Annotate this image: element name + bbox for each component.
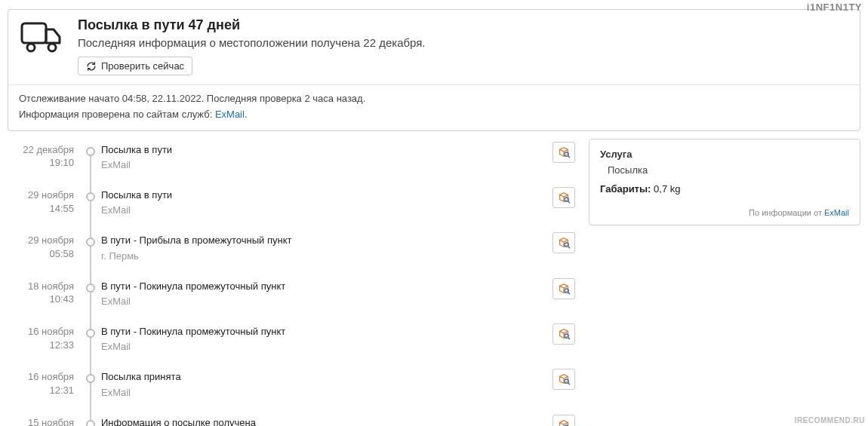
package-search-icon xyxy=(557,236,571,250)
timeline-bar xyxy=(80,412,101,426)
svg-line-12 xyxy=(568,338,570,339)
status-title: Посылка в пути 47 дней xyxy=(78,17,426,33)
timeline-carrier: ExMail xyxy=(101,158,546,172)
timeline-status: Посылка в пути xyxy=(101,143,546,157)
status-card: Посылка в пути 47 дней Последняя информа… xyxy=(8,9,860,131)
package-search-icon xyxy=(557,327,571,341)
timeline-item: 15 ноября 16:30 Информация о посылке пол… xyxy=(8,412,581,426)
status-subtitle: Последняя информация о местоположении по… xyxy=(78,36,426,49)
package-search-icon xyxy=(557,418,571,426)
timeline-date: 18 ноября 10:43 xyxy=(8,275,80,320)
timeline-dot-icon xyxy=(86,374,95,383)
tracking-started-line: Отслеживание начато 04:58, 22.11.2022. П… xyxy=(19,91,849,107)
refresh-icon xyxy=(86,61,97,72)
svg-rect-0 xyxy=(22,23,46,43)
timeline-dot-icon xyxy=(86,420,95,426)
timeline: 22 декабря 19:10 Посылка в пути ExMail 2… xyxy=(8,139,581,426)
timeline-bar xyxy=(80,229,101,274)
timeline-item: 29 ноября 14:55 Посылка в пути ExMail xyxy=(8,184,581,229)
timeline-bar xyxy=(80,139,101,184)
dimensions-row: Габариты: 0,7 kg xyxy=(600,183,849,195)
carrier-link[interactable]: ExMail xyxy=(215,109,245,120)
timeline-date: 29 ноября 14:55 xyxy=(8,184,80,229)
watermark-top: i1NF1N1TY xyxy=(807,2,862,13)
timeline-carrier: г. Пермь xyxy=(101,250,546,263)
refresh-button-label: Проверить сейчас xyxy=(101,60,184,72)
service-source-link[interactable]: ExMail xyxy=(824,208,849,217)
timeline-item: 16 ноября 12:33 В пути - Покинула промеж… xyxy=(8,320,581,366)
timeline-status: Информация о посылке получена xyxy=(101,416,546,426)
view-details-button[interactable] xyxy=(553,415,575,426)
view-details-button[interactable] xyxy=(553,323,575,345)
timeline-date: 22 декабря 19:10 xyxy=(8,139,80,184)
view-details-button[interactable] xyxy=(553,278,575,299)
verified-line: Информация проверена по сайтам служб: Ex… xyxy=(19,107,849,123)
view-details-button[interactable] xyxy=(553,369,575,390)
timeline-date: 16 ноября 12:33 xyxy=(8,320,80,366)
timeline-dot-icon xyxy=(86,329,95,338)
refresh-button[interactable]: Проверить сейчас xyxy=(78,57,192,75)
svg-line-8 xyxy=(568,247,570,248)
timeline-date: 16 ноября 12:31 xyxy=(8,366,80,411)
timeline-item: 22 декабря 19:10 Посылка в пути ExMail xyxy=(8,139,581,184)
timeline-dot-icon xyxy=(86,147,95,156)
view-details-button[interactable] xyxy=(553,187,575,208)
timeline-item: 16 ноября 12:31 Посылка принята ExMail xyxy=(8,366,581,411)
timeline-bar xyxy=(80,184,101,229)
timeline-date: 15 ноября 16:30 xyxy=(8,412,80,426)
truck-icon xyxy=(19,19,64,57)
service-card: Услуга Посылка Габариты: 0,7 kg По инфор… xyxy=(589,139,860,225)
timeline-bar xyxy=(80,366,101,411)
package-search-icon xyxy=(557,146,571,159)
timeline-status: В пути - Покинула промежуточный пункт xyxy=(101,280,546,293)
watermark-bottom: IRECOMMEND.RU xyxy=(795,416,865,424)
timeline-status: Посылка в пути xyxy=(101,188,546,202)
timeline-dot-icon xyxy=(86,238,95,247)
timeline-status: Посылка принята xyxy=(101,370,546,384)
timeline-carrier: ExMail xyxy=(101,204,546,217)
timeline-item: 29 ноября 05:58 В пути - Прибыла в проме… xyxy=(8,229,581,274)
svg-point-2 xyxy=(48,44,56,51)
timeline-carrier: ExMail xyxy=(101,295,546,308)
timeline-bar xyxy=(80,320,101,366)
package-search-icon xyxy=(557,191,571,204)
svg-line-10 xyxy=(568,292,570,293)
package-search-icon xyxy=(557,372,571,386)
svg-line-4 xyxy=(568,155,570,157)
timeline-carrier: ExMail xyxy=(101,340,546,354)
timeline-status: В пути - Прибыла в промежуточный пункт xyxy=(101,234,546,247)
svg-point-1 xyxy=(27,44,35,51)
service-title: Услуга xyxy=(600,149,849,160)
timeline-dot-icon xyxy=(86,283,95,293)
status-info: Отслеживание начато 04:58, 22.11.2022. П… xyxy=(8,84,860,130)
view-details-button[interactable] xyxy=(553,142,575,163)
timeline-carrier: ExMail xyxy=(101,386,546,400)
timeline-date: 29 ноября 05:58 xyxy=(8,229,80,274)
svg-line-14 xyxy=(568,383,570,385)
package-search-icon xyxy=(557,282,571,296)
timeline-status: В пути - Покинула промежуточный пункт xyxy=(101,325,546,339)
timeline-item: 18 ноября 10:43 В пути - Покинула промеж… xyxy=(8,275,581,320)
timeline-bar xyxy=(80,275,101,320)
service-source: По информации от ExMail xyxy=(600,208,849,217)
svg-line-6 xyxy=(568,201,570,203)
service-type: Посылка xyxy=(608,164,849,176)
timeline-dot-icon xyxy=(86,192,95,201)
view-details-button[interactable] xyxy=(553,232,575,253)
